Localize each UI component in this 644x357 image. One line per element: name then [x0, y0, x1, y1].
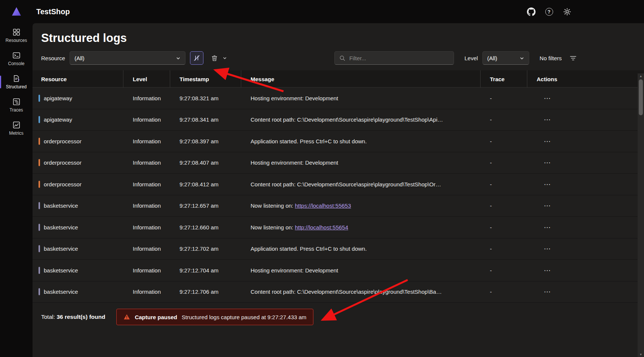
- filter-input[interactable]: [349, 55, 449, 61]
- log-timestamp: 9:27:12.702 am: [170, 245, 241, 252]
- pause-capture-button[interactable]: [190, 51, 203, 65]
- log-trace: -: [481, 95, 527, 101]
- table-row[interactable]: basketserviceInformation9:27:12.702 amAp…: [33, 238, 644, 260]
- log-message: Content root path: C:\Development\Source…: [241, 289, 481, 295]
- row-actions-button[interactable]: ⋯: [544, 223, 551, 232]
- log-message-link[interactable]: https://localhost:55653: [295, 202, 351, 209]
- log-level: Information: [123, 245, 170, 252]
- scrollbar-thumb[interactable]: [639, 79, 643, 115]
- sidebar-item-label: Structured: [6, 84, 27, 89]
- table-row[interactable]: basketserviceInformation9:27:12.704 amHo…: [33, 260, 644, 281]
- log-trace: -: [481, 159, 527, 166]
- column-header-actions[interactable]: Actions: [527, 70, 644, 88]
- sidebar-item-console[interactable]: Console: [0, 47, 33, 70]
- metrics-icon: [12, 121, 21, 129]
- log-timestamp: 9:27:12.706 am: [170, 289, 241, 295]
- capture-paused-banner: Capture paused Structured logs capture p…: [116, 309, 313, 325]
- resource-filter-label: Resource: [41, 55, 65, 61]
- table-row[interactable]: basketserviceInformation9:27:12.706 amCo…: [33, 281, 644, 303]
- log-level: Information: [123, 138, 170, 144]
- sidebar-item-metrics[interactable]: Metrics: [0, 117, 33, 140]
- chevron-down-icon: [519, 56, 524, 61]
- row-actions-button[interactable]: ⋯: [544, 137, 551, 146]
- level-select[interactable]: (All): [482, 51, 529, 65]
- log-trace: -: [481, 202, 527, 209]
- resource-color-bar: [39, 202, 40, 209]
- row-actions-button[interactable]: ⋯: [544, 158, 551, 167]
- log-message: Content root path: C:\Development\Source…: [241, 181, 481, 187]
- row-actions-button[interactable]: ⋯: [544, 287, 551, 296]
- resource-name: basketservice: [44, 245, 78, 252]
- log-trace: -: [481, 116, 527, 123]
- chevron-down-icon: [176, 56, 181, 61]
- resource-name: orderprocessor: [44, 159, 82, 166]
- traces-icon: [12, 98, 21, 106]
- table-footer: Total: 36 result(s) found Capture paused…: [33, 308, 644, 326]
- log-level: Information: [123, 224, 170, 231]
- resource-name: basketservice: [44, 289, 78, 295]
- log-level: Information: [123, 159, 170, 166]
- table-row[interactable]: basketserviceInformation9:27:12.660 amNo…: [33, 217, 644, 238]
- scroll-down-arrow[interactable]: ▼: [638, 352, 644, 357]
- chevron-down-icon: [223, 56, 227, 60]
- header-icons: ?: [526, 6, 572, 17]
- sidebar-item-structured[interactable]: Structured: [0, 70, 33, 94]
- table-row[interactable]: apigatewayInformation9:27:08.321 amHosti…: [33, 88, 644, 109]
- resource-color-bar: [39, 245, 40, 252]
- column-header-timestamp[interactable]: Timestamp: [170, 70, 241, 88]
- toolbar: Resource (All): [33, 51, 644, 65]
- resource-select[interactable]: (All): [70, 51, 185, 65]
- resource-name: basketservice: [44, 202, 78, 209]
- filter-list-button[interactable]: [566, 51, 580, 65]
- log-timestamp: 9:27:08.341 am: [170, 116, 241, 123]
- row-actions-button[interactable]: ⋯: [544, 201, 551, 210]
- table-row[interactable]: orderprocessorInformation9:27:08.397 amA…: [33, 131, 644, 152]
- page-title: Structured logs: [41, 31, 644, 45]
- log-message: Now listening on: http://localhost:55654: [241, 224, 481, 231]
- sidebar-item-traces[interactable]: Traces: [0, 94, 33, 117]
- row-actions-button[interactable]: ⋯: [544, 115, 551, 124]
- sidebar-item-resources[interactable]: Resources: [0, 24, 33, 47]
- pause-slash-icon: [193, 54, 200, 62]
- table-row[interactable]: orderprocessorInformation9:27:08.407 amH…: [33, 152, 644, 174]
- help-icon[interactable]: ?: [544, 6, 554, 17]
- resources-grid-icon: [12, 28, 21, 36]
- log-timestamp: 9:27:12.704 am: [170, 267, 241, 274]
- capture-paused-message: Structured logs capture paused at 9:27:2…: [182, 314, 307, 320]
- row-actions-button[interactable]: ⋯: [544, 244, 551, 253]
- search-icon: [339, 55, 346, 61]
- scroll-up-arrow[interactable]: ▲: [638, 73, 644, 79]
- sidebar-item-label: Console: [8, 61, 24, 66]
- column-header-trace[interactable]: Trace: [481, 70, 527, 88]
- table-row[interactable]: orderprocessorInformation9:27:08.412 amC…: [33, 174, 644, 195]
- column-header-message[interactable]: Message: [241, 70, 481, 88]
- warning-icon: [123, 314, 130, 320]
- clear-logs-button[interactable]: [208, 51, 230, 65]
- main-content: Structured logs Resource (All): [33, 23, 644, 357]
- settings-icon[interactable]: [562, 6, 572, 17]
- resource-name: apigateway: [44, 116, 72, 123]
- log-level: Information: [123, 181, 170, 187]
- log-message: Hosting environment: Development: [241, 267, 481, 274]
- vertical-scrollbar[interactable]: ▲ ▼: [638, 73, 644, 357]
- filter-search-box: [334, 51, 454, 65]
- log-timestamp: 9:27:12.657 am: [170, 202, 241, 209]
- log-trace: -: [481, 245, 527, 252]
- resource-color-bar: [39, 116, 40, 123]
- table-row[interactable]: apigatewayInformation9:27:08.341 amConte…: [33, 109, 644, 131]
- table-row[interactable]: basketserviceInformation9:27:12.657 amNo…: [33, 195, 644, 217]
- resource-color-bar: [39, 138, 40, 145]
- level-filter-label: Level: [464, 55, 478, 61]
- log-message-link[interactable]: http://localhost:55654: [295, 224, 348, 231]
- no-filters-label: No filters: [540, 55, 562, 61]
- row-actions-button[interactable]: ⋯: [544, 94, 551, 103]
- log-trace: -: [481, 181, 527, 187]
- resource-name: orderprocessor: [44, 181, 82, 187]
- column-header-level[interactable]: Level: [123, 70, 170, 88]
- resource-color-bar: [39, 224, 40, 231]
- row-actions-button[interactable]: ⋯: [544, 266, 551, 275]
- row-actions-button[interactable]: ⋯: [544, 180, 551, 189]
- github-icon[interactable]: [526, 6, 536, 17]
- column-header-resource[interactable]: Resource: [33, 70, 123, 88]
- structured-logs-icon: [12, 74, 21, 83]
